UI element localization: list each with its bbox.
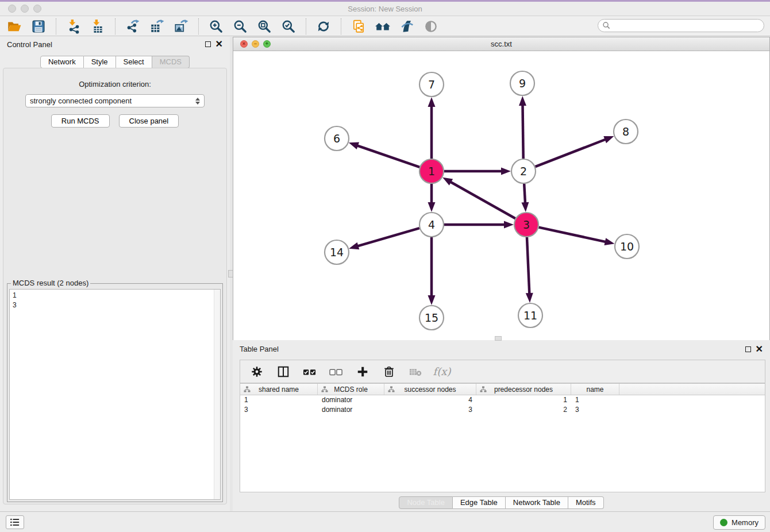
cell-name[interactable]: 1	[571, 395, 619, 405]
first-neighbors-button[interactable]	[371, 18, 395, 35]
tab-node-table[interactable]: Node Table	[399, 496, 453, 509]
cell-mcds-role[interactable]: dominator	[318, 405, 384, 415]
save-session-button[interactable]	[26, 18, 51, 35]
tab-network-table[interactable]: Network Table	[506, 496, 568, 509]
tab-motifs[interactable]: Motifs	[568, 496, 604, 509]
graph-node-label: 8	[622, 125, 629, 138]
memory-button[interactable]: Memory	[713, 515, 765, 530]
checked-boxes-icon	[303, 365, 317, 378]
network-title: scc.txt	[233, 40, 769, 48]
result-scrollbar[interactable]	[214, 290, 220, 499]
graph-node-label: 7	[428, 78, 435, 91]
import-table-button[interactable]	[86, 18, 110, 35]
graph-edge[interactable]	[527, 237, 529, 295]
list-icon	[10, 518, 20, 527]
graph-edge-arrowhead	[519, 96, 526, 106]
graph-edge[interactable]	[536, 139, 607, 167]
column-type-icon	[244, 386, 251, 393]
network-titlebar: × − + scc.txt	[233, 37, 769, 51]
graph-edge[interactable]	[524, 184, 525, 204]
network-canvas[interactable]: 1234678910111415	[233, 51, 769, 340]
control-panel: Control Panel ✕ Network Style Select MCD…	[0, 37, 230, 511]
export-network-button[interactable]	[121, 18, 145, 35]
graph-node-label: 9	[519, 77, 526, 90]
table-options-button[interactable]	[249, 364, 264, 379]
search-field[interactable]	[598, 19, 764, 32]
zoom-out-button[interactable]	[228, 18, 252, 35]
column-header-successor-nodes[interactable]: successor nodes	[384, 384, 476, 395]
tab-mcds[interactable]: MCDS	[152, 56, 190, 68]
show-graphics-details-button[interactable]	[419, 18, 443, 35]
float-table-panel-icon[interactable]	[745, 346, 751, 352]
graph-edge-arrowhead	[428, 97, 436, 107]
tab-edge-table[interactable]: Edge Table	[453, 496, 506, 509]
export-table-button[interactable]	[145, 18, 169, 35]
column-header-shared-name[interactable]: shared name	[240, 384, 318, 395]
float-panel-icon[interactable]	[205, 41, 211, 47]
add-column-button[interactable]	[355, 364, 370, 379]
toolbar-separator	[56, 18, 56, 34]
cell-predecessor-nodes[interactable]: 1	[476, 395, 571, 405]
column-header-mcds-role[interactable]: MCDS role	[318, 384, 384, 395]
close-table-panel-icon[interactable]: ✕	[756, 346, 763, 352]
graph-edge[interactable]	[449, 182, 515, 219]
graph-edge[interactable]	[356, 145, 419, 167]
close-panel-icon[interactable]: ✕	[215, 41, 223, 47]
eye-icon	[424, 19, 438, 34]
task-history-button[interactable]	[6, 515, 24, 529]
column-header-predecessor-nodes[interactable]: predecessor nodes	[476, 384, 571, 395]
delete-column-button[interactable]	[382, 364, 396, 379]
graph-edge[interactable]	[357, 228, 419, 246]
close-panel-button[interactable]: Close panel	[119, 114, 179, 128]
optimization-criterion-dropdown[interactable]: strongly connected component	[25, 94, 205, 107]
network-graph[interactable]: 1234678910111415	[233, 51, 769, 340]
dropdown-value: strongly connected component	[30, 97, 132, 105]
result-line: 1	[13, 291, 220, 300]
export-network-icon	[125, 19, 140, 34]
cell-name[interactable]: 3	[571, 405, 619, 415]
tab-style[interactable]: Style	[84, 56, 116, 68]
select-all-columns-button[interactable]	[302, 364, 317, 379]
cell-shared-name[interactable]: 3	[240, 405, 318, 415]
zoom-in-button[interactable]	[204, 18, 228, 35]
toolbar-separator	[306, 18, 306, 34]
export-table-icon	[149, 19, 164, 34]
column-header-name[interactable]: name	[571, 384, 619, 395]
cell-predecessor-nodes[interactable]: 2	[476, 405, 571, 415]
save-floppy-icon	[31, 19, 46, 34]
two-houses-icon	[375, 19, 391, 34]
status-bar: Memory	[0, 511, 770, 532]
cell-shared-name[interactable]: 1	[240, 395, 318, 405]
graph-edge[interactable]	[538, 228, 606, 242]
graph-edge[interactable]	[522, 104, 523, 159]
unselect-all-columns-button[interactable]	[329, 364, 344, 379]
result-line: 3	[13, 300, 220, 310]
graph-node-label: 3	[523, 218, 530, 231]
open-session-button[interactable]	[2, 18, 26, 35]
search-input[interactable]	[611, 21, 749, 30]
cell-successor-nodes[interactable]: 4	[384, 395, 476, 405]
tab-select[interactable]: Select	[116, 56, 152, 68]
delete-table-button[interactable]	[408, 364, 423, 379]
main-toolbar	[0, 17, 770, 36]
clone-network-button[interactable]	[346, 18, 371, 35]
export-image-button[interactable]	[169, 18, 193, 35]
refresh-layout-button[interactable]	[311, 18, 336, 35]
import-table-icon	[90, 19, 105, 34]
function-builder-button[interactable]: f(x)	[434, 364, 449, 379]
tab-network[interactable]: Network	[40, 56, 84, 68]
control-panel-tabs: Network Style Select MCDS	[40, 56, 190, 68]
mcds-result-text[interactable]: 1 3	[9, 289, 221, 500]
show-columns-button[interactable]	[276, 364, 291, 379]
clone-network-icon	[351, 19, 366, 34]
run-mcds-button[interactable]: Run MCDS	[51, 114, 110, 128]
mcds-panel-body: Optimization criterion: strongly connect…	[3, 68, 227, 504]
cell-successor-nodes[interactable]: 3	[384, 405, 476, 415]
fit-content-button[interactable]	[252, 18, 276, 35]
cell-mcds-role[interactable]: dominator	[318, 395, 384, 405]
apply-style-button[interactable]	[395, 18, 419, 35]
import-network-button[interactable]	[61, 18, 86, 35]
horizontal-splitter-grip[interactable]	[495, 336, 502, 341]
graph-node-label: 10	[620, 240, 634, 253]
zoom-selected-button[interactable]	[276, 18, 301, 35]
